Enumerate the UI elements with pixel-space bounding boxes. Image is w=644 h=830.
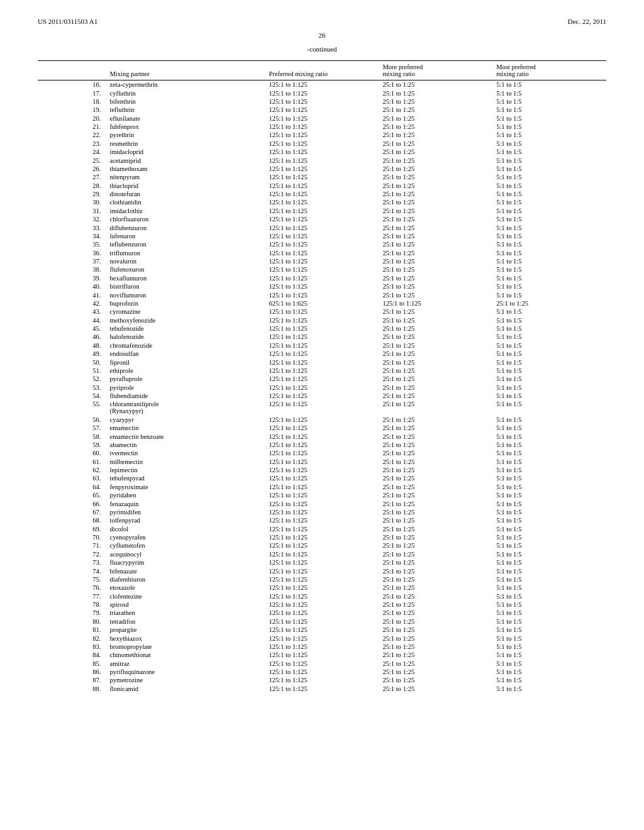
table-row: 71.cyflumetofen125:1 to 1:12525:1 to 1:2… <box>38 541 606 550</box>
row-preferred-ratio: 125:1 to 1:125 <box>265 525 379 533</box>
row-preferred-ratio: 125:1 to 1:125 <box>265 282 379 290</box>
row-mixing-partner: chlorfluazuron <box>106 215 265 223</box>
table-row: 22.pyrethrin125:1 to 1:12525:1 to 1:255:… <box>38 131 606 139</box>
row-mixing-partner: chromafenozide <box>106 341 265 350</box>
table-row: 40.bistrifluron125:1 to 1:12525:1 to 1:2… <box>38 282 606 290</box>
row-more-preferred-ratio: 25:1 to 1:25 <box>379 508 492 516</box>
row-more-preferred-ratio: 25:1 to 1:25 <box>379 516 492 524</box>
row-most-preferred-ratio: 5:1 to 1:5 <box>492 626 606 634</box>
row-preferred-ratio: 125:1 to 1:125 <box>265 182 379 190</box>
row-preferred-ratio: 125:1 to 1:125 <box>265 668 379 676</box>
row-more-preferred-ratio: 25:1 to 1:25 <box>379 676 492 684</box>
row-number: 63. <box>38 474 106 482</box>
table-row: 64.fenpyroximate125:1 to 1:12525:1 to 1:… <box>38 483 606 491</box>
row-preferred-ratio: 125:1 to 1:125 <box>265 508 379 516</box>
row-more-preferred-ratio: 25:1 to 1:25 <box>379 584 492 592</box>
row-mixing-partner: acetamiprid <box>106 156 265 164</box>
row-more-preferred-ratio: 25:1 to 1:25 <box>379 617 492 626</box>
table-row: 55.chlorantraniliprole(Rynaxypyr)125:1 t… <box>38 400 606 415</box>
row-preferred-ratio: 125:1 to 1:125 <box>265 424 379 432</box>
table-container: Mixing partner Preferred mixing ratio Mo… <box>0 60 644 693</box>
row-mixing-partner: fenazaquin <box>106 499 265 507</box>
row-preferred-ratio: 125:1 to 1:125 <box>265 173 379 181</box>
row-mixing-partner: etoxazole <box>106 584 265 592</box>
row-more-preferred-ratio: 25:1 to 1:25 <box>379 541 492 550</box>
row-most-preferred-ratio: 5:1 to 1:5 <box>492 424 606 432</box>
row-more-preferred-ratio: 25:1 to 1:25 <box>379 575 492 584</box>
col-header-num <box>38 61 106 80</box>
table-row: 61.milbemectin125:1 to 1:12525:1 to 1:25… <box>38 458 606 466</box>
table-row: 33.diflubenzuron125:1 to 1:12525:1 to 1:… <box>38 223 606 231</box>
row-mixing-partner: tefluthrin <box>106 106 265 114</box>
row-mixing-partner: cyflumetofen <box>106 541 265 550</box>
row-mixing-partner: clofentezine <box>106 592 265 600</box>
row-mixing-partner: pyrafluprole <box>106 375 265 383</box>
row-preferred-ratio: 125:1 to 1:125 <box>265 499 379 507</box>
row-preferred-ratio: 125:1 to 1:125 <box>265 240 379 248</box>
row-preferred-ratio: 125:1 to 1:125 <box>265 223 379 231</box>
row-preferred-ratio: 125:1 to 1:125 <box>265 316 379 324</box>
row-preferred-ratio: 125:1 to 1:125 <box>265 333 379 341</box>
row-more-preferred-ratio: 25:1 to 1:25 <box>379 558 492 567</box>
row-most-preferred-ratio: 5:1 to 1:5 <box>492 106 606 114</box>
row-most-preferred-ratio: 5:1 to 1:5 <box>492 525 606 533</box>
row-most-preferred-ratio: 5:1 to 1:5 <box>492 156 606 164</box>
row-more-preferred-ratio: 25:1 to 1:25 <box>379 80 492 89</box>
table-row: 34.lufenuron125:1 to 1:12525:1 to 1:255:… <box>38 232 606 240</box>
row-number: 78. <box>38 600 106 609</box>
row-most-preferred-ratio: 5:1 to 1:5 <box>492 358 606 366</box>
row-preferred-ratio: 125:1 to 1:125 <box>265 89 379 97</box>
row-mixing-partner: noviflumuron <box>106 290 265 299</box>
row-preferred-ratio: 125:1 to 1:125 <box>265 123 379 131</box>
row-most-preferred-ratio: 5:1 to 1:5 <box>492 474 606 482</box>
table-row: 57.emamectin125:1 to 1:12525:1 to 1:255:… <box>38 424 606 432</box>
row-more-preferred-ratio: 25:1 to 1:25 <box>379 416 492 424</box>
row-preferred-ratio: 125:1 to 1:125 <box>265 232 379 240</box>
row-most-preferred-ratio: 5:1 to 1:5 <box>492 449 606 457</box>
row-preferred-ratio: 125:1 to 1:125 <box>265 558 379 567</box>
row-number: 84. <box>38 651 106 659</box>
table-row: 87.pymetrozine125:1 to 1:12525:1 to 1:25… <box>38 676 606 684</box>
row-preferred-ratio: 125:1 to 1:125 <box>265 516 379 524</box>
row-more-preferred-ratio: 25:1 to 1:25 <box>379 97 492 106</box>
row-preferred-ratio: 125:1 to 1:125 <box>265 400 379 415</box>
row-more-preferred-ratio: 25:1 to 1:25 <box>379 307 492 316</box>
row-mixing-partner: ethiprole <box>106 367 265 375</box>
row-number: 40. <box>38 282 106 290</box>
table-row: 50.fipronil125:1 to 1:12525:1 to 1:255:1… <box>38 358 606 366</box>
row-most-preferred-ratio: 5:1 to 1:5 <box>492 567 606 575</box>
row-most-preferred-ratio: 5:1 to 1:5 <box>492 265 606 274</box>
row-number: 51. <box>38 367 106 375</box>
table-row: 79.triarathen125:1 to 1:12525:1 to 1:255… <box>38 609 606 617</box>
row-most-preferred-ratio: 5:1 to 1:5 <box>492 148 606 156</box>
row-mixing-partner: milbemectin <box>106 458 265 466</box>
row-mixing-partner: thiamethoxam <box>106 165 265 173</box>
table-row: 39.hexaflumuron125:1 to 1:12525:1 to 1:2… <box>38 274 606 282</box>
row-most-preferred-ratio: 5:1 to 1:5 <box>492 400 606 415</box>
table-row: 75.diafenthiuron125:1 to 1:12525:1 to 1:… <box>38 575 606 584</box>
row-mixing-partner: novaluron <box>106 257 265 265</box>
continued-label: -continued <box>0 45 644 53</box>
row-number: 25. <box>38 156 106 164</box>
row-preferred-ratio: 125:1 to 1:125 <box>265 643 379 651</box>
row-mixing-partner: diflubenzuron <box>106 223 265 231</box>
row-more-preferred-ratio: 25:1 to 1:25 <box>379 466 492 474</box>
table-row: 88.flonicamid125:1 to 1:12525:1 to 1:255… <box>38 685 606 693</box>
row-preferred-ratio: 125:1 to 1:125 <box>265 156 379 164</box>
row-number: 57. <box>38 424 106 432</box>
row-mixing-partner: bistrifluron <box>106 282 265 290</box>
table-row: 30.clothianidin125:1 to 1:12525:1 to 1:2… <box>38 198 606 206</box>
row-most-preferred-ratio: 5:1 to 1:5 <box>492 80 606 89</box>
row-preferred-ratio: 125:1 to 1:125 <box>265 483 379 491</box>
row-mixing-partner: chlorantraniliprole(Rynaxypyr) <box>106 400 265 415</box>
row-preferred-ratio: 125:1 to 1:125 <box>265 676 379 684</box>
row-mixing-partner: imidaclothiz <box>106 207 265 215</box>
row-number: 87. <box>38 676 106 684</box>
row-number: 16. <box>38 80 106 89</box>
row-number: 69. <box>38 525 106 533</box>
row-mixing-partner: pyridaben <box>106 491 265 499</box>
row-number: 46. <box>38 333 106 341</box>
row-mixing-partner: tolfenpyrad <box>106 516 265 524</box>
table-row: 54.flubendiamide125:1 to 1:12525:1 to 1:… <box>38 392 606 400</box>
row-number: 81. <box>38 626 106 634</box>
